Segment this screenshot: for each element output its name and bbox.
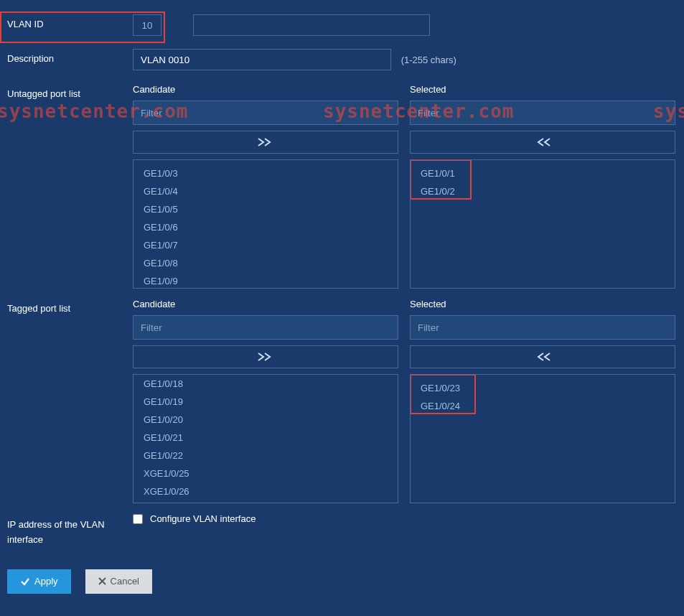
list-item[interactable]: GE1/0/1 [411,164,675,182]
description-input[interactable] [133,49,391,70]
list-item[interactable]: GE1/0/9 [133,272,398,289]
check-icon [20,577,30,587]
cancel-button-label: Cancel [111,576,139,587]
tagged-label: Tagged port list [7,299,133,314]
list-item[interactable]: XGE1/0/27 [133,500,398,503]
vlan-id-label: VLAN ID [7,14,133,29]
tagged-candidate-filter[interactable] [133,315,398,340]
list-item[interactable]: XGE1/0/25 [133,465,398,482]
arrows-right-icon [257,352,274,362]
vlan-interface-label: IP address of the VLAN interface [7,513,133,548]
list-item[interactable]: GE1/0/5 [133,200,398,218]
arrows-left-icon [534,137,551,147]
tagged-candidate-header: Candidate [133,299,398,309]
list-item[interactable]: GE1/0/18 [133,375,398,393]
untagged-label: Untagged port list [7,84,133,99]
untagged-selected-list[interactable]: GE1/0/1GE1/0/2 [410,159,675,289]
list-item[interactable]: GE1/0/24 [411,397,675,415]
tagged-selected-header: Selected [410,299,675,309]
list-item[interactable]: GE1/0/8 [133,254,398,272]
apply-button-label: Apply [34,576,58,587]
vlan-id-spacer [193,14,430,36]
list-item[interactable]: GE1/0/3 [133,164,398,182]
list-item[interactable]: XGE1/0/26 [133,482,398,500]
description-label: Description [7,49,133,64]
tagged-candidate-list[interactable]: GE1/0/18GE1/0/19GE1/0/20GE1/0/21GE1/0/22… [133,374,398,503]
vlan-id-input[interactable] [133,14,161,36]
description-hint: (1-255 chars) [401,50,456,71]
untagged-candidate-header: Candidate [133,84,398,95]
untagged-selected-filter[interactable] [410,101,675,125]
x-icon [98,577,106,585]
configure-vlan-interface-label: Configure VLAN interface [150,513,256,524]
tagged-move-right-button[interactable] [133,345,398,368]
arrows-left-icon [534,352,551,362]
apply-button[interactable]: Apply [7,569,71,594]
tagged-selected-filter[interactable] [410,315,675,340]
tagged-selected-list[interactable]: GE1/0/23GE1/0/24 [410,374,675,503]
untagged-candidate-filter[interactable] [133,101,398,125]
untagged-move-right-button[interactable] [133,131,398,154]
tagged-move-left-button[interactable] [410,345,675,368]
untagged-move-left-button[interactable] [410,131,675,154]
list-item[interactable]: GE1/0/2 [411,182,675,200]
configure-vlan-interface-checkbox[interactable] [133,514,143,524]
list-item[interactable]: GE1/0/22 [133,447,398,465]
list-item[interactable]: GE1/0/19 [133,393,398,411]
list-item[interactable]: GE1/0/6 [133,218,398,236]
list-item[interactable]: GE1/0/7 [133,236,398,254]
untagged-candidate-list[interactable]: GE1/0/3GE1/0/4GE1/0/5GE1/0/6GE1/0/7GE1/0… [133,159,398,289]
list-item[interactable]: GE1/0/20 [133,411,398,429]
list-item[interactable]: GE1/0/21 [133,429,398,447]
list-item[interactable]: GE1/0/23 [411,379,675,397]
untagged-selected-header: Selected [410,84,675,95]
arrows-right-icon [257,137,274,147]
list-item[interactable]: GE1/0/4 [133,182,398,200]
cancel-button[interactable]: Cancel [85,569,152,594]
